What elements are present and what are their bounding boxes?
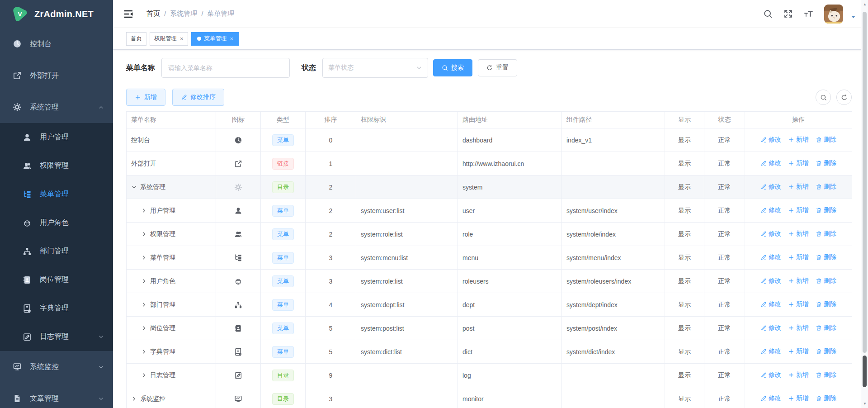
table-row[interactable]: 系统监控目录3monitor显示正常修改新增删除 [127,387,852,408]
add-link[interactable]: 新增 [788,253,809,261]
table-row[interactable]: 权限管理菜单2system:role:listrolesystem/role/i… [127,223,852,246]
edit-sort-button[interactable]: 修改排序 [172,89,224,106]
row-expand-toggle[interactable] [141,302,147,308]
close-icon[interactable]: × [230,36,234,42]
tab-menu[interactable]: 菜单管理× [191,32,240,46]
toggle-search-button[interactable] [816,90,831,105]
status-select[interactable]: 菜单状态 [322,58,428,78]
table-row[interactable]: 部门管理菜单4system:dept:listdeptsystem/dept/i… [127,293,852,317]
delete-link[interactable]: 删除 [816,300,836,308]
tab-role[interactable]: 权限管理× [150,32,188,46]
sidebar-item-roleusers[interactable]: 用户角色 [0,209,113,237]
table-row[interactable]: 控制台菜单0dashboardindex_v1显示正常修改新增删除 [127,128,852,152]
row-expand-toggle[interactable] [141,278,147,284]
add-link[interactable]: 新增 [788,277,809,285]
delete-link[interactable]: 删除 [816,253,836,261]
sidebar-item-menu[interactable]: 菜单管理 [0,180,113,209]
add-link[interactable]: 新增 [788,136,809,144]
sidebar-item-role[interactable]: 权限管理 [0,152,113,180]
row-expand-toggle[interactable] [141,231,147,237]
edit-link[interactable]: 修改 [760,300,781,308]
sidebar-item-log[interactable]: 日志管理 [0,323,113,351]
delete-link[interactable]: 删除 [816,371,836,379]
add-link[interactable]: 新增 [788,206,809,214]
delete-link[interactable]: 删除 [816,159,836,167]
delete-link[interactable]: 删除 [816,394,836,403]
table-row[interactable]: 字典管理菜单5system:dict:listdictsystem/dict/i… [127,340,852,364]
edit-link[interactable]: 修改 [760,394,781,403]
delete-link[interactable]: 删除 [816,136,836,144]
close-icon[interactable]: × [180,36,184,42]
perm-value: system:user:list [356,199,458,223]
row-expand-toggle[interactable] [141,325,147,331]
edit-link[interactable]: 修改 [760,253,781,261]
scroll-down-arrow-icon[interactable]: ▼ [861,402,868,406]
add-link[interactable]: 新增 [788,347,809,356]
sidebar-item-post[interactable]: 岗位管理 [0,266,113,294]
edit-link[interactable]: 修改 [760,277,781,285]
header-search-button[interactable] [763,9,773,19]
sidebar-item-monitor[interactable]: 系统监控 [0,351,113,383]
refresh-table-button[interactable] [836,90,852,105]
row-expand-toggle[interactable] [141,372,147,378]
delete-link[interactable]: 删除 [816,183,836,191]
fullscreen-button[interactable] [783,9,793,19]
menu-name-value: 菜单管理 [150,254,175,262]
edit-link[interactable]: 修改 [760,183,781,191]
add-link[interactable]: 新增 [788,371,809,379]
edit-link[interactable]: 修改 [760,136,781,144]
org-icon [23,247,32,256]
menu-name-input[interactable] [161,58,290,78]
add-link[interactable]: 新增 [788,230,809,238]
row-expand-toggle[interactable] [131,184,137,190]
edit-link[interactable]: 修改 [760,206,781,214]
add-link[interactable]: 新增 [788,159,809,167]
table-row[interactable]: 用户角色菜单3system:role:listroleuserssystem/r… [127,270,852,293]
edit-link[interactable]: 修改 [760,159,781,167]
reset-button[interactable]: 重置 [478,59,517,76]
scrollbar[interactable]: ▲ ▼ [861,0,868,408]
row-expand-toggle[interactable] [141,208,147,213]
edit-link[interactable]: 修改 [760,347,781,356]
table-row[interactable]: 菜单管理菜单3system:menu:listmenusystem/menu/i… [127,246,852,270]
sidebar-toggle-button[interactable] [123,8,135,20]
delete-link[interactable]: 删除 [816,347,836,356]
row-expand-toggle[interactable] [141,349,147,355]
table-row[interactable]: 系统管理目录2system显示正常修改新增删除 [127,176,852,199]
table-row[interactable]: 外部打开链接1http://www.izhaorui.cn显示正常修改新增删除 [127,152,852,176]
sidebar-item-dict[interactable]: 字典管理 [0,294,113,323]
table-row[interactable]: 岗位管理菜单5system:post:listpostsystem/post/i… [127,317,852,340]
delete-link[interactable]: 删除 [816,277,836,285]
sidebar-item-dept[interactable]: 部门管理 [0,237,113,266]
user-menu-caret-icon[interactable] [850,14,856,20]
edit-link[interactable]: 修改 [760,230,781,238]
table-row[interactable]: 日志管理目录9log显示正常修改新增删除 [127,364,852,387]
search-button[interactable]: 搜索 [433,59,472,76]
delete-link[interactable]: 删除 [816,230,836,238]
table-row[interactable]: 用户管理菜单2system:user:listusersystem/user/i… [127,199,852,223]
add-link[interactable]: 新增 [788,300,809,308]
logo[interactable]: ZrAdmin.NET [0,0,113,28]
sidebar-item-article[interactable]: 文章管理 [0,383,113,408]
sidebar-item-external[interactable]: 外部打开 [0,60,113,91]
avatar[interactable] [824,5,843,24]
add-link[interactable]: 新增 [788,324,809,332]
scrollbar-thumb[interactable] [863,12,867,353]
edit-link[interactable]: 修改 [760,324,781,332]
scroll-up-arrow-icon[interactable]: ▲ [861,2,868,6]
sidebar-item-system[interactable]: 系统管理 [0,91,113,123]
breadcrumb-item-home[interactable]: 首页 [146,9,160,18]
sidebar-item-dashboard[interactable]: 控制台 [0,28,113,60]
sidebar-item-user[interactable]: 用户管理 [0,123,113,152]
delete-link[interactable]: 删除 [816,206,836,214]
add-link[interactable]: 新增 [788,394,809,403]
edit-link[interactable]: 修改 [760,371,781,379]
tab-home[interactable]: 首页 [126,32,146,46]
scrollbar-thumb-dark[interactable] [863,356,867,387]
row-expand-toggle[interactable] [131,396,137,402]
delete-link[interactable]: 删除 [816,324,836,332]
add-button[interactable]: 新增 [126,89,165,106]
font-size-button[interactable] [804,9,813,19]
add-link[interactable]: 新增 [788,183,809,191]
row-expand-toggle[interactable] [141,255,147,261]
